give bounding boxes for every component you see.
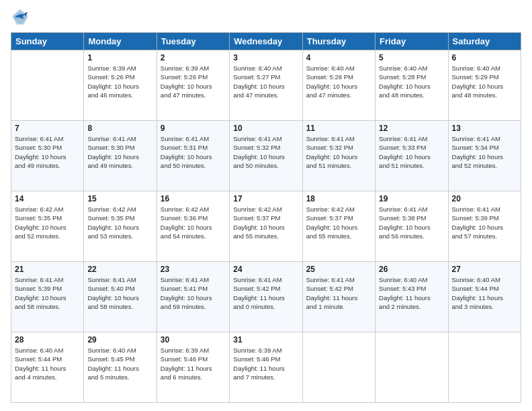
day-number: 14 (15, 194, 80, 203)
day-info: Sunrise: 6:39 AM Sunset: 5:26 PM Dayligh… (87, 64, 152, 99)
day-number: 10 (233, 124, 298, 133)
calendar-cell: 10Sunrise: 6:41 AM Sunset: 5:32 PM Dayli… (230, 121, 302, 191)
week-row-2: 14Sunrise: 6:42 AM Sunset: 5:35 PM Dayli… (11, 191, 521, 262)
header-day-tuesday: Tuesday (157, 33, 229, 50)
day-number: 18 (306, 194, 371, 203)
calendar-cell: 30Sunrise: 6:39 AM Sunset: 5:46 PM Dayli… (157, 332, 229, 403)
calendar-cell: 19Sunrise: 6:41 AM Sunset: 5:38 PM Dayli… (375, 191, 448, 262)
day-info: Sunrise: 6:40 AM Sunset: 5:29 PM Dayligh… (452, 64, 517, 99)
day-number: 28 (15, 335, 80, 345)
week-row-1: 7Sunrise: 6:41 AM Sunset: 5:30 PM Daylig… (11, 121, 521, 191)
calendar-cell: 28Sunrise: 6:40 AM Sunset: 5:44 PM Dayli… (11, 332, 84, 403)
day-number: 30 (161, 335, 226, 345)
calendar-cell: 9Sunrise: 6:41 AM Sunset: 5:31 PM Daylig… (157, 121, 229, 191)
calendar-cell: 17Sunrise: 6:42 AM Sunset: 5:37 PM Dayli… (230, 191, 302, 262)
day-number: 23 (161, 265, 226, 274)
calendar-cell: 3Sunrise: 6:40 AM Sunset: 5:27 PM Daylig… (230, 50, 302, 121)
calendar-cell: 27Sunrise: 6:40 AM Sunset: 5:44 PM Dayli… (448, 262, 521, 332)
day-number: 6 (452, 53, 517, 62)
day-info: Sunrise: 6:40 AM Sunset: 5:27 PM Dayligh… (233, 64, 298, 99)
calendar-cell: 21Sunrise: 6:41 AM Sunset: 5:39 PM Dayli… (11, 262, 84, 332)
calendar-cell: 25Sunrise: 6:41 AM Sunset: 5:42 PM Dayli… (302, 262, 375, 332)
calendar-cell (448, 332, 521, 403)
header-day-wednesday: Wednesday (230, 33, 302, 50)
day-info: Sunrise: 6:41 AM Sunset: 5:39 PM Dayligh… (15, 275, 80, 311)
day-info: Sunrise: 6:41 AM Sunset: 5:34 PM Dayligh… (452, 134, 517, 170)
day-info: Sunrise: 6:40 AM Sunset: 5:28 PM Dayligh… (306, 64, 371, 99)
day-number: 24 (233, 265, 298, 274)
day-number: 4 (306, 53, 371, 62)
day-number: 20 (452, 194, 517, 203)
day-info: Sunrise: 6:41 AM Sunset: 5:40 PM Dayligh… (87, 275, 152, 311)
day-number: 17 (233, 194, 298, 203)
day-number: 1 (87, 53, 152, 62)
header-day-sunday: Sunday (11, 33, 84, 50)
day-info: Sunrise: 6:42 AM Sunset: 5:36 PM Dayligh… (161, 205, 226, 240)
day-info: Sunrise: 6:42 AM Sunset: 5:35 PM Dayligh… (15, 205, 80, 240)
calendar-cell: 29Sunrise: 6:40 AM Sunset: 5:45 PM Dayli… (84, 332, 157, 403)
day-number: 19 (379, 194, 444, 203)
logo-icon (11, 8, 30, 27)
week-row-4: 28Sunrise: 6:40 AM Sunset: 5:44 PM Dayli… (11, 332, 521, 403)
calendar-cell: 8Sunrise: 6:41 AM Sunset: 5:30 PM Daylig… (84, 121, 157, 191)
day-number: 9 (161, 124, 226, 133)
calendar-cell: 4Sunrise: 6:40 AM Sunset: 5:28 PM Daylig… (302, 50, 375, 121)
calendar-cell: 18Sunrise: 6:42 AM Sunset: 5:37 PM Dayli… (302, 191, 375, 262)
day-info: Sunrise: 6:39 AM Sunset: 5:46 PM Dayligh… (161, 346, 226, 381)
day-number: 16 (161, 194, 226, 203)
day-number: 12 (379, 124, 444, 133)
calendar-cell (11, 50, 84, 121)
day-info: Sunrise: 6:41 AM Sunset: 5:42 PM Dayligh… (306, 275, 371, 311)
header-day-friday: Friday (375, 33, 448, 50)
day-number: 7 (15, 124, 80, 133)
calendar-cell: 1Sunrise: 6:39 AM Sunset: 5:26 PM Daylig… (84, 50, 157, 121)
day-info: Sunrise: 6:41 AM Sunset: 5:38 PM Dayligh… (379, 205, 444, 240)
day-info: Sunrise: 6:40 AM Sunset: 5:44 PM Dayligh… (452, 275, 517, 311)
day-info: Sunrise: 6:42 AM Sunset: 5:37 PM Dayligh… (306, 205, 371, 240)
day-info: Sunrise: 6:40 AM Sunset: 5:43 PM Dayligh… (379, 275, 444, 311)
day-number: 22 (87, 265, 152, 274)
day-info: Sunrise: 6:41 AM Sunset: 5:42 PM Dayligh… (233, 275, 298, 311)
day-info: Sunrise: 6:41 AM Sunset: 5:41 PM Dayligh… (161, 275, 226, 311)
header (11, 8, 521, 27)
calendar-cell: 26Sunrise: 6:40 AM Sunset: 5:43 PM Dayli… (375, 262, 448, 332)
header-day-thursday: Thursday (302, 33, 375, 50)
calendar-cell: 23Sunrise: 6:41 AM Sunset: 5:41 PM Dayli… (157, 262, 229, 332)
day-number: 21 (15, 265, 80, 274)
calendar-cell: 5Sunrise: 6:40 AM Sunset: 5:28 PM Daylig… (375, 50, 448, 121)
calendar-cell: 7Sunrise: 6:41 AM Sunset: 5:30 PM Daylig… (11, 121, 84, 191)
day-number: 15 (87, 194, 152, 203)
day-info: Sunrise: 6:41 AM Sunset: 5:32 PM Dayligh… (233, 134, 298, 170)
day-number: 26 (379, 265, 444, 274)
day-info: Sunrise: 6:39 AM Sunset: 5:46 PM Dayligh… (233, 346, 298, 381)
day-number: 25 (306, 265, 371, 274)
logo (11, 8, 32, 27)
calendar-cell: 31Sunrise: 6:39 AM Sunset: 5:46 PM Dayli… (230, 332, 302, 403)
calendar-table: SundayMondayTuesdayWednesdayThursdayFrid… (11, 32, 521, 403)
calendar-cell: 22Sunrise: 6:41 AM Sunset: 5:40 PM Dayli… (84, 262, 157, 332)
day-number: 5 (379, 53, 444, 62)
calendar-cell (302, 332, 375, 403)
calendar-cell: 15Sunrise: 6:42 AM Sunset: 5:35 PM Dayli… (84, 191, 157, 262)
day-number: 27 (452, 265, 517, 274)
calendar-cell: 20Sunrise: 6:41 AM Sunset: 5:39 PM Dayli… (448, 191, 521, 262)
day-info: Sunrise: 6:40 AM Sunset: 5:44 PM Dayligh… (15, 346, 80, 381)
calendar-cell: 24Sunrise: 6:41 AM Sunset: 5:42 PM Dayli… (230, 262, 302, 332)
day-info: Sunrise: 6:40 AM Sunset: 5:45 PM Dayligh… (87, 346, 152, 381)
day-info: Sunrise: 6:41 AM Sunset: 5:30 PM Dayligh… (87, 134, 152, 170)
week-row-3: 21Sunrise: 6:41 AM Sunset: 5:39 PM Dayli… (11, 262, 521, 332)
header-day-saturday: Saturday (448, 33, 521, 50)
calendar-cell: 16Sunrise: 6:42 AM Sunset: 5:36 PM Dayli… (157, 191, 229, 262)
day-info: Sunrise: 6:41 AM Sunset: 5:30 PM Dayligh… (15, 134, 80, 170)
header-row: SundayMondayTuesdayWednesdayThursdayFrid… (11, 33, 521, 50)
day-number: 11 (306, 124, 371, 133)
day-info: Sunrise: 6:41 AM Sunset: 5:32 PM Dayligh… (306, 134, 371, 170)
day-info: Sunrise: 6:40 AM Sunset: 5:28 PM Dayligh… (379, 64, 444, 99)
page: SundayMondayTuesdayWednesdayThursdayFrid… (0, 0, 532, 411)
header-day-monday: Monday (84, 33, 157, 50)
day-number: 29 (87, 335, 152, 345)
calendar-cell (375, 332, 448, 403)
calendar-cell: 11Sunrise: 6:41 AM Sunset: 5:32 PM Dayli… (302, 121, 375, 191)
day-number: 8 (87, 124, 152, 133)
day-number: 3 (233, 53, 298, 62)
